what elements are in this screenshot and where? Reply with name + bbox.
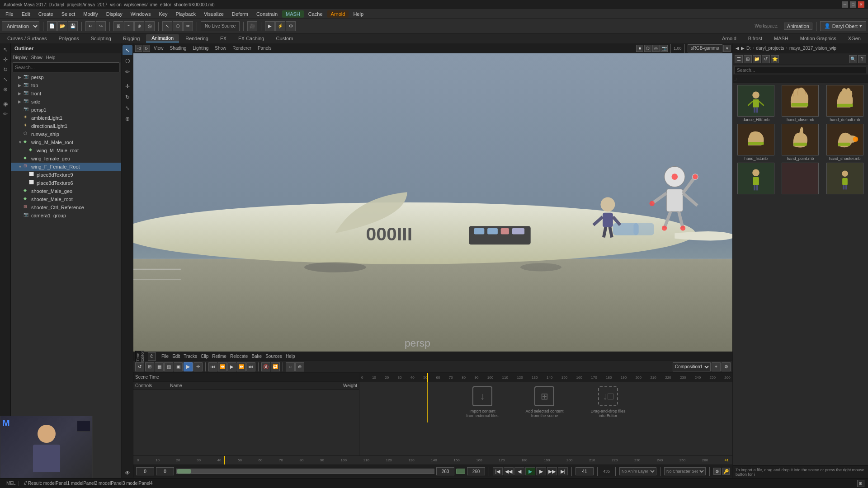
tab-mash[interactable]: MASH xyxy=(769,35,794,42)
user-button[interactable]: 👤 Daryl Obert ▾ xyxy=(820,21,866,31)
menu-edit[interactable]: Edit xyxy=(18,10,34,18)
tree-item-wing-m-male2[interactable]: ◆ wing_M_Male_root xyxy=(11,146,121,155)
live-source-btn[interactable]: No Live Source xyxy=(201,21,240,31)
cb-item-dance-hik[interactable]: dance_HIK.mb xyxy=(735,85,777,122)
tab-sculpting[interactable]: Sculpting xyxy=(85,35,117,42)
te-btn1[interactable]: ⊞ xyxy=(145,362,154,371)
pb-go-start[interactable]: |◀ xyxy=(493,467,503,475)
te-menu-edit[interactable]: Edit xyxy=(172,354,180,359)
cb-item-hand-shooter[interactable]: hand_shooter.mb xyxy=(824,124,866,161)
cb-item-7[interactable] xyxy=(735,163,777,195)
undo-btn[interactable]: ↩ xyxy=(85,21,95,31)
tree-item-shooter-ctrl[interactable]: ⊞ shooter_Ctrl_Reference xyxy=(11,203,121,211)
outliner-menu-show[interactable]: Show xyxy=(31,55,42,60)
tab-arnold[interactable]: Arnold xyxy=(717,35,742,42)
viewport-canvas[interactable]: 000III xyxy=(133,53,732,352)
te-pb-start[interactable]: ⏮ xyxy=(208,362,217,371)
te-active-btn[interactable]: ▶ xyxy=(184,362,193,371)
gamma-button[interactable]: sRGB-gamma xyxy=(688,44,722,52)
cb-item-hand-fist[interactable]: hand_fist.mb xyxy=(735,124,777,161)
te-menu-clip[interactable]: Clip xyxy=(201,354,208,359)
te-btn4[interactable]: ▣ xyxy=(174,362,183,371)
vp-tool-scale[interactable]: ⤡ xyxy=(123,103,132,113)
menu-help[interactable]: Help xyxy=(349,10,367,18)
vp-cam-btn[interactable]: 📷 xyxy=(660,45,668,52)
vp-menu-panels[interactable]: Panels xyxy=(255,46,274,51)
tab-polygons[interactable]: Polygons xyxy=(53,35,84,42)
tree-item-ambientlight[interactable]: ☀ ambientLight1 xyxy=(11,114,121,122)
te-btn3[interactable]: ▧ xyxy=(164,362,173,371)
snap-view-btn[interactable]: ◎ xyxy=(145,21,155,31)
pb-go-end[interactable]: ▶| xyxy=(558,467,568,475)
tree-item-place3d9[interactable]: ⬜ place3dTexture9 xyxy=(11,171,121,179)
snap-curve-btn[interactable]: ~ xyxy=(124,21,134,31)
tab-bifrost[interactable]: Bifrost xyxy=(743,35,768,42)
cb-list-view-btn[interactable]: ☰ xyxy=(735,55,743,63)
ipr-btn[interactable]: ⚡ xyxy=(275,21,285,31)
pb-prev-frame[interactable]: ◀ xyxy=(514,467,524,475)
cb-breadcrumb-projects[interactable]: daryl_projects xyxy=(756,46,784,51)
tree-item-side[interactable]: ▶ 📷 side xyxy=(11,98,121,106)
snap-point-btn[interactable]: ⊕ xyxy=(134,21,144,31)
snap-grid-btn[interactable]: ⊞ xyxy=(113,21,123,31)
tl-auto-key-btn[interactable]: 🔑 xyxy=(722,468,730,475)
menu-create[interactable]: Create xyxy=(35,10,57,18)
paint-btn[interactable]: ✏ xyxy=(183,21,193,31)
pb-next-frame[interactable]: ▶ xyxy=(536,467,546,475)
window-controls[interactable]: ─ □ ✕ xyxy=(842,1,864,8)
te-move-btn[interactable]: ✛ xyxy=(193,362,203,371)
menu-mash[interactable]: MASH xyxy=(282,10,304,18)
te-pb-next[interactable]: ⏩ xyxy=(237,362,246,371)
vp-gamma-settings[interactable]: ▾ xyxy=(723,45,731,52)
cb-item-hand-point[interactable]: hand_point.mb xyxy=(779,124,821,161)
te-menu-file[interactable]: File xyxy=(161,354,169,359)
timeline-range[interactable] xyxy=(176,469,434,474)
te-import-external[interactable]: ↓ Import contentfrom external files xyxy=(466,386,498,418)
menu-key[interactable]: Key xyxy=(155,10,171,18)
menu-windows[interactable]: Windows xyxy=(127,10,155,18)
cb-search-input[interactable] xyxy=(735,66,866,74)
cb-help-btn[interactable]: ? xyxy=(858,55,866,63)
vp-shading-btn[interactable]: ■ xyxy=(636,45,643,52)
menu-deform[interactable]: Deform xyxy=(228,10,252,18)
menu-visualize[interactable]: Visualize xyxy=(200,10,227,18)
te-pb-prev[interactable]: ⏪ xyxy=(218,362,227,371)
outliner-menu-help[interactable]: Help xyxy=(46,55,56,60)
te-snap-btn[interactable]: ⊕ xyxy=(295,362,304,371)
menu-playback[interactable]: Playback xyxy=(172,10,199,18)
vp-menu-renderer[interactable]: Renderer xyxy=(230,46,254,51)
minimize-button[interactable]: ─ xyxy=(842,1,848,8)
te-menu-tracks[interactable]: Tracks xyxy=(184,354,197,359)
tool-rotate[interactable]: ↻ xyxy=(1,65,10,74)
tree-item-persp[interactable]: ▶ 📷 persp xyxy=(11,73,121,81)
te-refresh-btn[interactable]: ↺ xyxy=(135,362,144,371)
save-file-btn[interactable]: 💾 xyxy=(68,21,78,31)
mode-dropdown[interactable]: Animation Modeling Rigging xyxy=(2,21,39,31)
vp-menu-lighting[interactable]: Lighting xyxy=(190,46,211,51)
vp-menu-show[interactable]: Show xyxy=(212,46,229,51)
vp-wire-btn[interactable]: ⬡ xyxy=(644,45,651,52)
timeline-range-handle-left[interactable] xyxy=(177,469,191,474)
tab-fx[interactable]: FX xyxy=(215,35,232,42)
cb-grid-view-btn[interactable]: ⊞ xyxy=(744,55,752,63)
cb-new-folder-btn[interactable]: 📁 xyxy=(753,55,761,63)
te-import-scene[interactable]: ⊞ Add selected contentfrom the scene xyxy=(525,386,563,418)
tool-sculpt[interactable]: ✏ xyxy=(1,109,10,118)
tree-item-runway[interactable]: ⬡ runway_ship xyxy=(11,130,121,138)
menu-modify[interactable]: Modify xyxy=(80,10,101,18)
new-file-btn[interactable]: 📄 xyxy=(47,21,57,31)
status-bar-btn[interactable]: ⊞ xyxy=(857,480,864,487)
vp-tool-move[interactable]: ✛ xyxy=(123,81,132,91)
timeline-current-input[interactable] xyxy=(156,467,174,475)
te-composition-dropdown[interactable]: Composition1 xyxy=(673,362,711,371)
tab-fx-caching[interactable]: FX Caching xyxy=(233,35,269,42)
tree-item-front[interactable]: ▶ 📷 front xyxy=(11,89,121,98)
tree-item-camera-group[interactable]: 📷 camera1_group xyxy=(11,211,121,220)
cb-refresh-btn[interactable]: ↺ xyxy=(762,55,770,63)
vp-xray-btn[interactable]: ◎ xyxy=(652,45,660,52)
camera-btn[interactable]: 🎥 xyxy=(247,21,257,31)
tree-item-persp1[interactable]: 📷 persp1 xyxy=(11,106,121,114)
tool-move[interactable]: ✛ xyxy=(1,55,10,64)
vp-tool-paint[interactable]: ✏ xyxy=(123,67,132,77)
vp-tool-show-hide[interactable]: 👁 xyxy=(123,468,132,478)
